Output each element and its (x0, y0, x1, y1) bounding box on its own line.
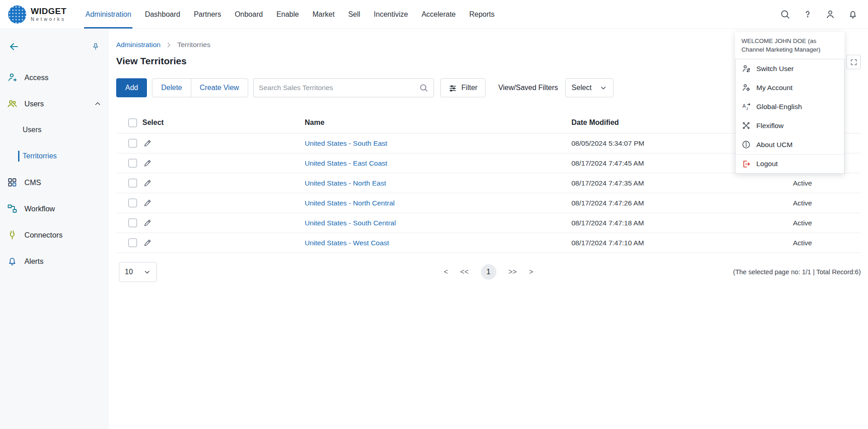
menu-item-label: Switch User (756, 65, 794, 73)
topbar-actions (780, 9, 858, 19)
breadcrumb-current: Territorries (177, 41, 210, 49)
sidebar-subitem-users[interactable]: Users (0, 117, 109, 143)
table-row: United States - North Central 08/17/2024… (116, 193, 861, 213)
pin-button[interactable] (91, 43, 100, 51)
date-modified-cell: 08/17/2024 7:47:35 AM (571, 179, 793, 187)
pin-icon (91, 43, 100, 51)
delete-button[interactable]: Delete (152, 78, 191, 97)
nav-item-incentivize[interactable]: Incentivize (374, 0, 408, 29)
search-input[interactable] (259, 84, 419, 92)
create-view-button[interactable]: Create View (191, 78, 248, 97)
pencil-icon (143, 139, 152, 148)
menu-item-label: Logout (756, 160, 778, 168)
cms-icon (7, 177, 18, 188)
edit-button[interactable] (143, 159, 152, 167)
globe-icon (8, 5, 26, 24)
filter-icon (448, 84, 457, 92)
sidebar-item-cms[interactable]: CMS (0, 169, 109, 195)
pagination-fast-next-button[interactable]: >> (509, 268, 517, 276)
search-icon[interactable] (419, 83, 428, 92)
sidebar-item-workflow[interactable]: Workflow (0, 195, 109, 222)
row-checkbox[interactable] (128, 199, 137, 207)
chevron-right-icon (165, 41, 173, 49)
sidebar-item-connectors[interactable]: Connectors (0, 222, 109, 248)
menu-item-about[interactable]: About UCM (736, 135, 844, 154)
territory-link[interactable]: United States - West Coast (305, 239, 571, 247)
brand-name: WIDGET (31, 7, 66, 16)
brand-logo: WIDGET Networks (8, 5, 66, 24)
row-checkbox[interactable] (128, 139, 137, 148)
menu-item-language[interactable]: Az Global-English (736, 97, 844, 116)
territory-link[interactable]: United States - North Central (305, 199, 571, 207)
edit-button[interactable] (143, 238, 152, 247)
breadcrumb-link-administration[interactable]: Administration (116, 41, 160, 49)
translate-icon: Az (741, 102, 751, 111)
sidebar-item-label: CMS (24, 178, 41, 187)
saved-filters-select-value: Select (571, 84, 591, 92)
sidebar-item-users[interactable]: Users (0, 91, 109, 117)
top-navigation: Administration Dashboard Partners Onboar… (85, 0, 495, 29)
row-checkbox[interactable] (128, 159, 137, 167)
nav-item-enable[interactable]: Enable (276, 0, 299, 29)
row-checkbox[interactable] (128, 219, 137, 227)
territory-link[interactable]: United States - North East (305, 179, 571, 187)
filter-label: Filter (462, 84, 478, 92)
nav-item-partners[interactable]: Partners (194, 0, 221, 29)
account-gear-icon (741, 83, 751, 92)
table-row: United States - South Central 08/17/2024… (116, 213, 861, 233)
column-header-name: Name (305, 119, 571, 127)
nav-item-market[interactable]: Market (312, 0, 335, 29)
row-checkbox[interactable] (128, 179, 137, 187)
nav-item-onboard[interactable]: Onboard (235, 0, 263, 29)
chevron-down-icon (143, 268, 151, 276)
fullscreen-button[interactable] (846, 55, 861, 69)
pagination-current-page[interactable]: 1 (481, 264, 496, 280)
nav-item-reports[interactable]: Reports (469, 0, 495, 29)
edit-button[interactable] (143, 199, 152, 207)
edit-button[interactable] (143, 139, 152, 148)
search-icon[interactable] (780, 9, 790, 19)
back-button[interactable] (8, 41, 20, 52)
add-button[interactable]: Add (116, 78, 147, 97)
menu-item-label: Flexiflow (756, 122, 783, 130)
pagination-fast-prev-button[interactable]: << (460, 268, 469, 276)
nav-item-accelerate[interactable]: Accelerate (421, 0, 456, 29)
edit-button[interactable] (143, 219, 152, 227)
pagination-prev-button[interactable]: < (443, 268, 448, 276)
welcome-text: WELCOME JOHN DOE (as Channel Marketing M… (735, 32, 844, 59)
bell-icon[interactable] (848, 9, 858, 19)
sidebar-item-label: Workflow (24, 205, 55, 213)
info-icon (741, 140, 751, 149)
menu-item-logout[interactable]: Logout (736, 154, 844, 173)
territory-link[interactable]: United States - South Central (305, 219, 571, 227)
menu-item-switch-user[interactable]: Switch User (736, 59, 844, 78)
nav-item-sell[interactable]: Sell (348, 0, 360, 29)
sidebar-item-alerts[interactable]: Alerts (0, 248, 109, 274)
menu-item-flexiflow[interactable]: Flexiflow (736, 116, 844, 135)
menu-item-my-account[interactable]: My Account (736, 78, 844, 97)
pagination-next-button[interactable]: > (529, 268, 533, 276)
pager: < << 1 >> > (443, 264, 533, 280)
territory-link[interactable]: United States - East Coast (305, 159, 571, 167)
help-icon[interactable] (802, 9, 813, 19)
status-cell: Active (793, 199, 861, 207)
status-cell: Active (793, 239, 861, 247)
date-modified-cell: 08/17/2024 7:47:10 AM (571, 239, 793, 247)
flexiflow-icon (741, 121, 751, 130)
sidebar-subitem-territories[interactable]: Territorries (0, 143, 109, 169)
chevron-down-icon (599, 84, 607, 92)
territory-link[interactable]: United States - South East (305, 139, 571, 148)
search-box (253, 78, 434, 97)
user-icon[interactable] (825, 9, 835, 19)
saved-filters-select[interactable]: Select (565, 78, 613, 97)
page-size-select[interactable]: 10 (119, 262, 157, 282)
pencil-icon (143, 179, 152, 187)
nav-item-administration[interactable]: Administration (85, 0, 131, 29)
access-icon (7, 72, 18, 83)
sidebar-item-access[interactable]: Access (0, 64, 109, 91)
edit-button[interactable] (143, 179, 152, 187)
select-all-checkbox[interactable] (128, 119, 137, 127)
filter-button[interactable]: Filter (440, 78, 486, 97)
nav-item-dashboard[interactable]: Dashboard (145, 0, 180, 29)
row-checkbox[interactable] (128, 238, 137, 247)
